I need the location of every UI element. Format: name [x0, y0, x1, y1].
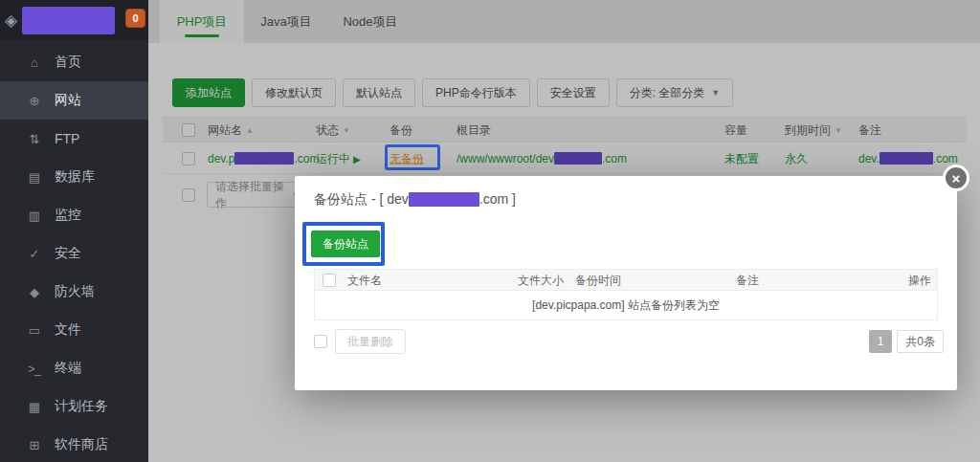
- pagination-total: 共0条: [897, 330, 944, 353]
- sidebar-item-terminal[interactable]: >_ 终端: [0, 349, 148, 387]
- modal-footer: 批量删除 1 共0条: [314, 329, 944, 354]
- bt-panel-screen: ◈ 0 ⌂ 首页 ⊕ 网站 ⇅ FTP ▤ 数据库 ▥ 监控 ✓ 安全: [0, 0, 980, 462]
- server-name-redaction: [22, 7, 115, 34]
- modal-title: 备份站点 - [ dev.com ]: [295, 176, 957, 209]
- sidebar-item-label: 首页: [55, 54, 81, 71]
- sidebar-item-label: 防火墙: [55, 283, 95, 300]
- domain-redaction: [409, 192, 479, 207]
- sidebar-item-label: 文件: [55, 321, 81, 339]
- calendar-icon: ▦: [25, 400, 43, 414]
- backup-site-modal: × 备份站点 - [ dev.com ] 备份站点 文件名 文件大小 备份时间 …: [295, 176, 957, 390]
- sidebar-item-home[interactable]: ⌂ 首页: [0, 43, 148, 81]
- backup-site-button[interactable]: 备份站点: [311, 231, 380, 257]
- sidebar-item-label: 计划任务: [55, 398, 108, 415]
- batch-select-checkbox[interactable]: [314, 335, 327, 348]
- notification-badge[interactable]: 0: [125, 9, 145, 28]
- globe-icon: ⊕: [25, 94, 43, 108]
- panel-logo-icon: ◈: [5, 11, 17, 31]
- col-note: 备注: [736, 272, 759, 288]
- home-icon: ⌂: [25, 55, 43, 70]
- sidebar-item-security[interactable]: ✓ 安全: [0, 234, 148, 273]
- terminal-icon: >_: [25, 362, 43, 376]
- sidebar-item-label: 安全: [55, 245, 81, 262]
- col-backup-time: 备份时间: [575, 272, 621, 288]
- col-filename: 文件名: [347, 272, 382, 288]
- empty-list-message: [dev.picpapa.com] 站点备份列表为空: [314, 291, 938, 320]
- close-icon[interactable]: ×: [943, 165, 969, 191]
- sidebar-item-label: 软件商店: [55, 436, 108, 453]
- sidebar-item-label: FTP: [55, 131, 79, 146]
- transfer-icon: ⇅: [25, 132, 43, 146]
- sidebar-item-website[interactable]: ⊕ 网站: [0, 81, 148, 120]
- database-icon: ▤: [25, 170, 43, 185]
- shield-icon: ◆: [25, 285, 43, 299]
- select-all-checkbox[interactable]: [323, 274, 336, 287]
- sidebar-item-appstore[interactable]: ⊞ 软件商店: [0, 426, 148, 462]
- sidebar-item-ftp[interactable]: ⇅ FTP: [0, 120, 148, 158]
- sidebar-item-label: 监控: [55, 207, 81, 224]
- sidebar-item-label: 网站: [55, 92, 81, 109]
- sidebar: ◈ 0 ⌂ 首页 ⊕ 网站 ⇅ FTP ▤ 数据库 ▥ 监控 ✓ 安全: [0, 0, 148, 462]
- sidebar-item-label: 数据库: [55, 168, 95, 186]
- folder-icon: ▭: [25, 323, 43, 338]
- sidebar-item-monitor[interactable]: ▥ 监控: [0, 196, 148, 234]
- col-filesize: 文件大小: [518, 272, 564, 288]
- batch-delete-button[interactable]: 批量删除: [335, 329, 406, 354]
- col-operation: 操作: [908, 272, 931, 288]
- sidebar-item-label: 终端: [55, 360, 81, 377]
- panel-header: ◈ 0: [0, 0, 148, 40]
- sidebar-nav: ⌂ 首页 ⊕ 网站 ⇅ FTP ▤ 数据库 ▥ 监控 ✓ 安全 ◆ 防火墙: [0, 43, 148, 462]
- grid-icon: ⊞: [25, 438, 43, 452]
- sidebar-item-database[interactable]: ▤ 数据库: [0, 158, 148, 196]
- monitor-icon: ▥: [25, 209, 43, 223]
- backup-list-table: 文件名 文件大小 备份时间 备注 操作 [dev.picpapa.com] 站点…: [314, 269, 938, 320]
- shield-check-icon: ✓: [25, 247, 43, 261]
- pagination-page-1[interactable]: 1: [869, 330, 892, 353]
- sidebar-item-files[interactable]: ▭ 文件: [0, 311, 148, 349]
- backup-table-header: 文件名 文件大小 备份时间 备注 操作: [314, 269, 938, 291]
- sidebar-item-firewall[interactable]: ◆ 防火墙: [0, 273, 148, 311]
- sidebar-item-cron[interactable]: ▦ 计划任务: [0, 387, 148, 426]
